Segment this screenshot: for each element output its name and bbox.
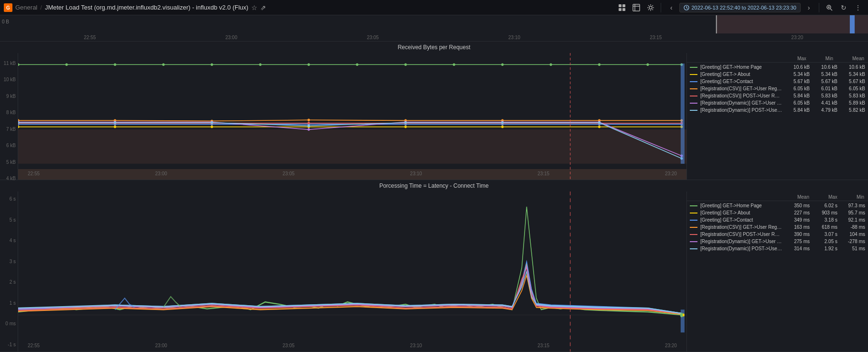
- main-content: 0 B 22:55 23:00 23:05 23:10 23:15 23:20 …: [0, 15, 868, 352]
- chart1-legend-item-2[interactable]: [Greeting] GET-> About 5.34 kB 5.34 kB 5…: [687, 71, 868, 78]
- chart1-mean-3: 5.67 kB: [840, 79, 865, 84]
- chart2-y-tick-5: 2 s: [10, 279, 16, 285]
- chart2-min-7: 51 ms: [840, 246, 865, 251]
- chart2-mean-6: 275 ms: [785, 239, 810, 244]
- chart2-color-1: [690, 205, 697, 206]
- refresh-icon[interactable]: ↻: [837, 1, 850, 14]
- svg-point-81: [404, 121, 407, 124]
- svg-point-64: [308, 122, 310, 125]
- overview-x-tick-6: 23:20: [791, 35, 803, 40]
- chart1-legend-item-5[interactable]: [Registration(CSV)] POST->User Registrat…: [687, 92, 868, 99]
- svg-point-82: [501, 121, 504, 124]
- chart2-x-tick-5: 23:15: [537, 343, 549, 352]
- svg-text:G: G: [6, 5, 10, 11]
- svg-rect-3: [622, 4, 625, 7]
- settings-icon[interactable]: [644, 1, 657, 14]
- overview-x-axis: 22:55 23:00 23:05 23:10 23:15 23:20: [19, 35, 868, 40]
- clock-icon: [684, 5, 689, 11]
- svg-point-38: [114, 126, 116, 128]
- overview-x-tick-4: 23:10: [508, 35, 520, 40]
- chart2-color-6: [690, 241, 697, 242]
- chart1-label-7: [Registration(Dynamic)] POST->User Regis…: [700, 107, 782, 113]
- chart1-legend-item-3[interactable]: [Greeting] GET->Contact 5.67 kB 5.67 kB …: [687, 78, 868, 85]
- chart1-legend-item-4[interactable]: [Registration(CSV)] GET->User Registrati…: [687, 85, 868, 92]
- chart2-mean-5: 390 ms: [785, 232, 810, 237]
- chart2-title: Porcessing Time = Latency - Connect Time: [0, 180, 868, 192]
- breadcrumb-home[interactable]: General: [15, 4, 37, 11]
- chart2-legend-item-2[interactable]: [Greeting] GET-> About 227 ms 903 ms 95.…: [687, 209, 868, 216]
- chart2-label-2: [Greeting] GET-> About: [700, 210, 782, 215]
- svg-line-12: [830, 9, 832, 11]
- chart1-legend-item-6[interactable]: [Registration(Dynamic)] GET->User Regist…: [687, 99, 868, 107]
- chart2-max-7: 1.92 s: [813, 246, 837, 251]
- favorite-icon[interactable]: ☆: [251, 4, 257, 11]
- chart2-legend-item-4[interactable]: [Registration(CSV)] GET->User Registrati…: [687, 224, 868, 231]
- time-range[interactable]: 2022-06-13 22:52:40 to 2022-06-13 23:23:…: [679, 3, 801, 12]
- chart1-color-4: [690, 88, 697, 89]
- chart2-color-5: [690, 234, 697, 235]
- svg-point-35: [646, 64, 649, 66]
- next-icon[interactable]: ›: [803, 1, 815, 14]
- chart1-mean-4: 6.05 kB: [840, 86, 865, 91]
- chart2-max-1: 6.02 s: [813, 203, 837, 208]
- svg-point-26: [211, 64, 213, 66]
- chart1-legend-item-7[interactable]: [Registration(Dynamic)] POST->User Regis…: [687, 107, 868, 114]
- chart1-y-tick-7: 5 kB: [6, 160, 16, 165]
- chart1-max-1: 10.6 kB: [785, 64, 810, 70]
- chart1-x-axis: 22:55 23:00 23:05 23:10 23:15 23:20: [18, 171, 686, 180]
- chart1-y-tick-1: 11 kB: [3, 61, 16, 66]
- chart1-color-3: [690, 81, 697, 82]
- page-title: JMeter Load Test (org.md.jmeter.influxdb…: [45, 4, 248, 11]
- svg-rect-18: [850, 15, 855, 33]
- overview-y-label: 0 B: [2, 19, 9, 24]
- chart1-color-1: [690, 67, 697, 68]
- chart2-legend-item-5[interactable]: [Registration(CSV)] POST->User Registrat…: [687, 231, 868, 238]
- svg-point-9: [649, 6, 652, 9]
- chart2-legend-header: Mean Max Min: [687, 193, 868, 201]
- chart2-max-6: 2.05 s: [813, 239, 837, 244]
- chart2-y-tick-7: 0 ms: [5, 321, 16, 326]
- svg-point-78: [114, 121, 116, 124]
- prev-icon[interactable]: ‹: [665, 1, 677, 14]
- share-icon[interactable]: ⇗: [260, 4, 266, 11]
- chart2-min-5: 104 ms: [840, 232, 865, 237]
- chart1-min-4: 6.01 kB: [813, 86, 837, 91]
- chart2-legend-item-6[interactable]: [Registration(Dynamic)] GET->User Regist…: [687, 238, 868, 245]
- chart1-label-2: [Greeting] GET-> About: [700, 72, 782, 77]
- chart1-x-tick-6: 23:20: [665, 171, 677, 180]
- svg-rect-87: [18, 192, 686, 352]
- chart2-x-tick-2: 23:00: [155, 343, 167, 352]
- svg-point-32: [501, 64, 504, 66]
- dashboard-icon[interactable]: [616, 1, 628, 14]
- chart2-y-tick-3: 4 s: [10, 238, 16, 243]
- svg-point-31: [453, 64, 455, 66]
- chart2-x-tick-1: 22:55: [28, 343, 40, 352]
- chart1-legend-item-1[interactable]: [Greeting] GET->Home Page 10.6 kB 10.6 k…: [687, 64, 868, 71]
- time-range-text: 2022-06-13 22:52:40 to 2022-06-13 23:23:…: [691, 5, 796, 11]
- chart2-max-3: 3.18 s: [813, 217, 837, 223]
- chart2-legend-item-7[interactable]: [Registration(Dynamic)] POST->User Regis…: [687, 245, 868, 252]
- chart1-mean-7: 5.82 kB: [840, 107, 865, 113]
- chart1-label-3: [Greeting] GET->Contact: [700, 79, 782, 84]
- svg-point-43: [598, 126, 600, 128]
- chart1-mean-5: 5.83 kB: [840, 93, 865, 98]
- chart2-header-max: Max: [828, 194, 837, 200]
- top-bar-right: ‹ 2022-06-13 22:52:40 to 2022-06-13 23:2…: [616, 1, 864, 14]
- chart2-max-5: 3.07 s: [813, 232, 837, 237]
- chart1-min-6: 4.41 kB: [813, 100, 837, 106]
- chart2-mean-2: 227 ms: [785, 210, 810, 215]
- chart2-legend-item-1[interactable]: [Greeting] GET->Home Page 350 ms 6.02 s …: [687, 202, 868, 209]
- chart2-y-axis: 6 s 5 s 4 s 3 s 2 s 1 s 0 ms -1 s: [0, 192, 18, 352]
- chart1-y-axis: 11 kB 10 kB 9 kB 8 kB 7 kB 6 kB 5 kB 4 k…: [0, 53, 18, 180]
- svg-point-33: [550, 64, 552, 66]
- chart2-mean-1: 350 ms: [785, 203, 810, 208]
- top-bar: G General / JMeter Load Test (org.md.jme…: [0, 0, 868, 15]
- chart2-area: 22:55 23:00 23:05 23:10 23:15 23:20: [18, 192, 686, 352]
- chart2-legend-item-3[interactable]: [Greeting] GET->Contact 349 ms 3.18 s 92…: [687, 216, 868, 224]
- chart1-area: 22:55 23:00 23:05 23:10 23:15 23:20: [18, 53, 686, 180]
- svg-point-80: [308, 125, 310, 128]
- zoom-icon[interactable]: [823, 1, 836, 14]
- chart1-y-tick-5: 7 kB: [6, 127, 16, 132]
- table-icon[interactable]: [630, 1, 643, 14]
- menu-icon[interactable]: ⋮: [852, 1, 864, 14]
